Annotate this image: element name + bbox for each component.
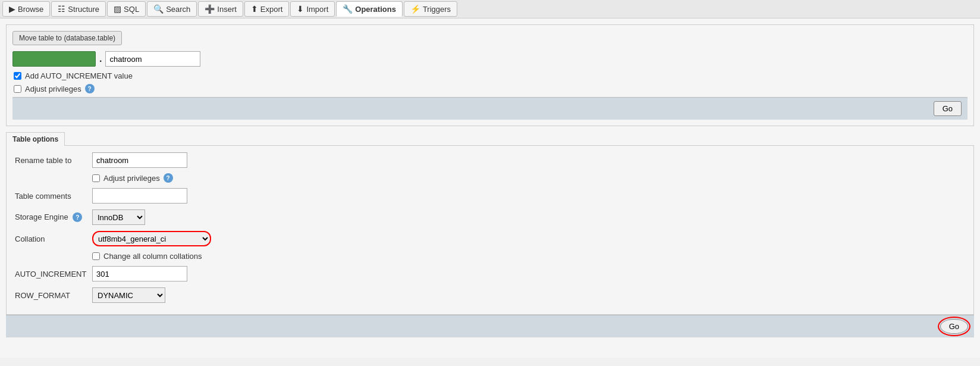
adjust-privileges-info-icon-1[interactable]: ? [85, 84, 95, 93]
import-label: Import [306, 5, 328, 14]
collation-label: Collation [15, 234, 92, 243]
export-icon: ⬆ [251, 4, 258, 14]
table-options-box: Rename table to Adjust privileges ? Tabl… [6, 145, 974, 315]
auto-increment-checkbox[interactable] [14, 72, 21, 80]
database-name-box[interactable] [12, 51, 96, 67]
move-table-header: Move table to (database.table) [12, 31, 122, 45]
triggers-icon: ⚡ [410, 4, 420, 14]
triggers-label: Triggers [423, 5, 451, 14]
structure-label: Structure [68, 5, 99, 14]
browse-icon: ▶ [9, 4, 15, 14]
operations-icon: 🔧 [343, 4, 353, 14]
storage-engine-info-icon[interactable]: ? [73, 212, 82, 222]
row-format-control: DYNAMIC COMPACT REDUNDANT COMPRESSED [92, 287, 165, 303]
sql-icon: ▨ [114, 4, 121, 14]
insert-tab[interactable]: ➕ Insert [198, 1, 243, 17]
table-options-wrapper: Table options Rename table to Adjust pri… [6, 132, 974, 337]
sql-tab[interactable]: ▨ SQL [107, 1, 146, 17]
search-label: Search [166, 5, 190, 14]
search-icon: 🔍 [153, 4, 164, 14]
rename-row: Rename table to [15, 152, 965, 168]
adjust-privileges-info-icon-2[interactable]: ? [164, 173, 173, 183]
table-options-title: Table options [6, 132, 65, 146]
adjust-privileges-row-1: Adjust privileges ? [12, 84, 968, 93]
rename-label: Rename table to [15, 156, 92, 165]
row-format-row: ROW_FORMAT DYNAMIC COMPACT REDUNDANT COM… [15, 287, 965, 304]
auto-increment-row: Add AUTO_INCREMENT value [12, 71, 968, 80]
auto-increment-input[interactable] [92, 266, 187, 281]
browse-tab[interactable]: ▶ Browse [2, 1, 50, 17]
collation-row: Collation utf8mb4_general_ci utf8_genera… [15, 230, 965, 247]
export-tab[interactable]: ⬆ Export [244, 1, 290, 17]
table-comments-label: Table comments [15, 192, 92, 201]
change-collations-label: Change all column collations [103, 252, 202, 261]
change-collations-row: Change all column collations [15, 252, 965, 261]
adjust-privileges-label-2: Adjust privileges [103, 174, 160, 183]
move-table-section: Move table to (database.table) . Add AUT… [6, 24, 974, 126]
adjust-privileges-checkbox-2[interactable] [92, 174, 100, 182]
main-content: Move table to (database.table) . Add AUT… [0, 18, 980, 358]
move-table-row: . [12, 51, 968, 67]
table-comments-control [92, 188, 187, 204]
sql-label: SQL [124, 5, 139, 14]
structure-tab[interactable]: ☷ Structure [51, 1, 106, 17]
search-tab[interactable]: 🔍 Search [147, 1, 197, 17]
table-comments-input[interactable] [92, 188, 187, 204]
rename-control [92, 152, 187, 168]
storage-engine-select[interactable]: InnoDB MyISAM MEMORY [92, 209, 145, 225]
row-format-select[interactable]: DYNAMIC COMPACT REDUNDANT COMPRESSED [92, 287, 165, 303]
rename-input[interactable] [92, 152, 187, 168]
change-collations-checkbox[interactable] [92, 252, 100, 260]
table-name-input[interactable] [105, 51, 200, 67]
table-options-footer: Go [6, 315, 974, 337]
table-options-go-button[interactable]: Go [940, 319, 968, 334]
import-tab[interactable]: ⬇ Import [290, 1, 335, 17]
main-toolbar: ▶ Browse ☷ Structure ▨ SQL 🔍 Search ➕ In… [0, 0, 980, 18]
auto-increment-label: Add AUTO_INCREMENT value [25, 71, 133, 80]
collation-select[interactable]: utf8mb4_general_ci utf8_general_ci latin… [92, 231, 211, 246]
adjust-privileges-row-2: Adjust privileges ? [15, 173, 965, 183]
move-table-label: Move table to (database.table) [19, 34, 115, 42]
insert-label: Insert [217, 5, 237, 14]
adjust-privileges-label-1: Adjust privileges [25, 85, 81, 93]
operations-tab[interactable]: 🔧 Operations [336, 1, 403, 17]
storage-engine-control: InnoDB MyISAM MEMORY [92, 209, 145, 225]
auto-increment-control [92, 266, 187, 281]
collation-control: utf8mb4_general_ci utf8_general_ci latin… [92, 231, 211, 246]
adjust-privileges-checkbox-1[interactable] [14, 85, 21, 93]
row-format-label: ROW_FORMAT [15, 291, 92, 300]
insert-icon: ➕ [205, 4, 215, 14]
browse-label: Browse [18, 5, 43, 14]
triggers-tab[interactable]: ⚡ Triggers [404, 1, 457, 17]
storage-engine-row: Storage Engine ? InnoDB MyISAM MEMORY [15, 209, 965, 226]
auto-increment-value-row: AUTO_INCREMENT [15, 265, 965, 282]
auto-increment-value-label: AUTO_INCREMENT [15, 270, 92, 279]
move-table-footer: Go [12, 97, 968, 120]
move-table-go-button[interactable]: Go [934, 101, 962, 116]
table-comments-row: Table comments [15, 187, 965, 204]
import-icon: ⬇ [297, 4, 304, 14]
operations-label: Operations [355, 5, 396, 14]
structure-icon: ☷ [58, 4, 65, 14]
storage-engine-label: Storage Engine ? [15, 212, 92, 223]
dot-separator: . [99, 54, 102, 64]
export-label: Export [260, 5, 283, 14]
